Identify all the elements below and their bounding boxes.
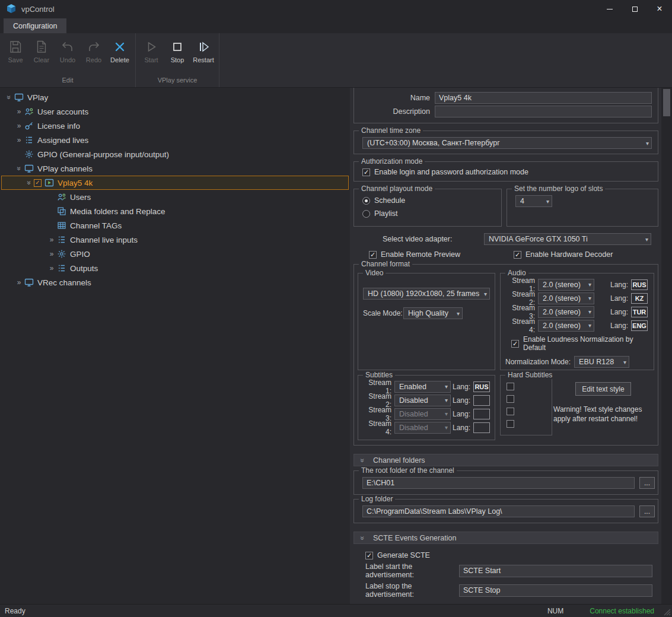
tree-item-gpio-general[interactable]: GPIO (General-purpose input/output) <box>1 147 349 161</box>
checkbox-checked <box>369 251 377 259</box>
subtitle-stream-1-select[interactable]: Enabled ▾ <box>394 381 451 393</box>
subtitle-stream-2-lang-input[interactable] <box>473 395 490 406</box>
chevron-down-icon[interactable]: » <box>15 164 23 173</box>
tree-item-vrec-channels[interactable]: » VRec channels <box>1 275 349 290</box>
tree-item-gpio[interactable]: » GPIO <box>1 247 349 261</box>
chevron-right-icon[interactable]: » <box>47 250 56 257</box>
audio-stream-1-select[interactable]: 2.0 (stereo) ▾ <box>538 279 594 291</box>
undo-icon <box>60 39 75 55</box>
tree-item-vplay[interactable]: » VPlay <box>1 90 349 104</box>
tree-item-user-accounts[interactable]: » User accounts <box>1 104 349 119</box>
chevron-down-icon: ▾ <box>484 291 487 297</box>
audio-stream-4-select[interactable]: 2.0 (stereo) ▾ <box>538 320 594 332</box>
tree-item-channel-tags[interactable]: Channel TAGs <box>1 218 349 233</box>
hard-subtitles-group-title: Hard Subtitles <box>505 371 555 379</box>
hardware-decoder-checkbox[interactable]: Enable Hardware Decoder <box>514 250 613 259</box>
audio-stream-1-lang-input[interactable] <box>631 279 648 290</box>
start-button: Start <box>138 37 164 63</box>
hard-subtitle-2-checkbox[interactable] <box>507 395 514 403</box>
restart-icon <box>196 39 211 55</box>
chevron-right-icon[interactable]: » <box>14 279 24 286</box>
chevron-down-icon: » <box>359 456 366 465</box>
close-icon: × <box>657 4 662 14</box>
scale-mode-select[interactable]: High Quality ▾ <box>403 307 463 319</box>
root-folder-group-title: The root folder of the channel <box>359 466 457 475</box>
auth-mode-checkbox[interactable]: Enable login and password authorization … <box>362 168 652 176</box>
restart-button[interactable]: Restart <box>190 37 216 63</box>
chevron-right-icon[interactable]: » <box>14 108 24 115</box>
tree-item-vplay5-4k[interactable]: » Vplay5 4k <box>1 176 349 190</box>
tree-item-vplay-channels[interactable]: » VPlay channels <box>1 161 349 176</box>
chevron-right-icon[interactable]: » <box>14 136 24 144</box>
root-folder-browse-button[interactable]: ... <box>639 477 655 489</box>
playout-group-title: Channel playout mode <box>359 185 435 193</box>
remote-preview-checkbox[interactable]: Enable Remote Preview <box>369 250 514 259</box>
normalization-mode-select[interactable]: EBU R128 ▾ <box>574 356 629 368</box>
video-adapter-select[interactable]: NVIDIA GeForce GTX 1050 Ti ▾ <box>484 233 651 245</box>
playlist-radio[interactable]: Playlist <box>362 208 495 219</box>
audio-stream-3-lang-input[interactable] <box>631 307 648 317</box>
minimize-button[interactable] <box>597 0 622 18</box>
edit-text-style-button[interactable]: Edit text style <box>575 382 630 396</box>
chevron-down-icon[interactable]: » <box>5 93 12 102</box>
audio-stream-4-lang-input[interactable] <box>631 320 648 331</box>
close-button[interactable]: × <box>647 0 672 18</box>
log-folder-input[interactable] <box>362 505 635 517</box>
normalization-mode-label: Normalization Mode: <box>505 358 571 366</box>
timezone-select[interactable]: (UTC+03:00) Москва, Санкт-Петербург ▾ <box>362 137 652 149</box>
hard-subtitle-3-checkbox[interactable] <box>507 408 514 415</box>
chevron-right-icon[interactable]: » <box>14 122 24 129</box>
save-button: Save <box>2 37 28 63</box>
warning-text: Warning! Text style changes apply after … <box>553 405 653 424</box>
tree-item-channel-live-inputs[interactable]: » Channel live inputs <box>1 233 349 247</box>
list-icon <box>24 135 34 145</box>
video-adapter-label: Select video adapter: <box>383 235 452 243</box>
description-input[interactable] <box>435 106 652 117</box>
tree-item-license-info[interactable]: » License info <box>1 119 349 133</box>
channel-format-group: Channel format Video HD (1080i) 1920x108… <box>353 264 658 446</box>
root-folder-input[interactable] <box>362 477 635 489</box>
maximize-button[interactable] <box>622 0 647 18</box>
scte-start-input[interactable] <box>459 565 652 577</box>
monitor-icon <box>14 93 24 102</box>
chevron-down-icon: » <box>359 533 366 543</box>
tab-configuration[interactable]: Configuration <box>4 18 66 33</box>
scrollbar-thumb[interactable] <box>663 89 670 116</box>
vertical-scrollbar[interactable] <box>661 88 672 604</box>
audio-stream-2-lang-input[interactable] <box>631 293 648 304</box>
chevron-right-icon[interactable]: » <box>47 265 56 272</box>
name-input[interactable] <box>435 92 652 104</box>
tree-item-outputs[interactable]: » Outputs <box>1 261 349 275</box>
subtitle-stream-3-lang-input[interactable] <box>473 409 490 419</box>
subtitle-stream-1-lang-input[interactable] <box>473 381 490 392</box>
stop-button[interactable]: Stop <box>164 37 190 63</box>
playout-mode-group: Channel playout mode Schedule Playlist <box>353 189 502 227</box>
chevron-down-icon[interactable]: » <box>26 178 33 187</box>
audio-stream-3-select[interactable]: 2.0 (stereo) ▾ <box>538 306 594 318</box>
subtitle-stream-4-lang-input[interactable] <box>473 422 490 433</box>
tree-item-users[interactable]: Users <box>1 190 349 204</box>
schedule-radio[interactable]: Schedule <box>362 195 495 206</box>
log-folder-browse-button[interactable]: ... <box>639 505 655 517</box>
channel-enabled-checkbox[interactable] <box>34 179 42 187</box>
channel-folders-header[interactable]: » Channel folders <box>353 454 658 466</box>
timezone-group-title: Channel time zone <box>359 126 423 135</box>
logo-slots-select[interactable]: 4 ▾ <box>515 195 552 207</box>
app-logo-icon <box>6 4 17 14</box>
audio-stream-2-select[interactable]: 2.0 (stereo) ▾ <box>538 292 594 304</box>
delete-button[interactable]: Delete <box>107 37 133 63</box>
subtitle-stream-2-select[interactable]: Disabled ▾ <box>394 395 451 406</box>
tree-item-assigned-lives[interactable]: » Assigned lives <box>1 133 349 147</box>
tree-item-media-folders[interactable]: Media folders and Replace <box>1 204 349 218</box>
scte-stop-input[interactable] <box>459 584 652 597</box>
status-bar: Ready NUM Connect established <box>0 604 672 617</box>
hard-subtitle-1-checkbox[interactable] <box>507 383 514 390</box>
video-mode-select[interactable]: HD (1080i) 1920x1080, 25 frames ▾ <box>363 288 490 300</box>
resize-grip[interactable] <box>664 609 671 616</box>
monitor-icon <box>24 278 34 287</box>
hard-subtitle-4-checkbox[interactable] <box>507 420 514 428</box>
scte-events-header[interactable]: » SCTE Events Generation <box>353 532 658 544</box>
generate-scte-checkbox[interactable]: Generate SCTE <box>353 551 658 559</box>
loudness-normalization-checkbox[interactable]: Enable Loudness Normalization by Default <box>504 335 650 352</box>
chevron-right-icon[interactable]: » <box>47 236 56 243</box>
